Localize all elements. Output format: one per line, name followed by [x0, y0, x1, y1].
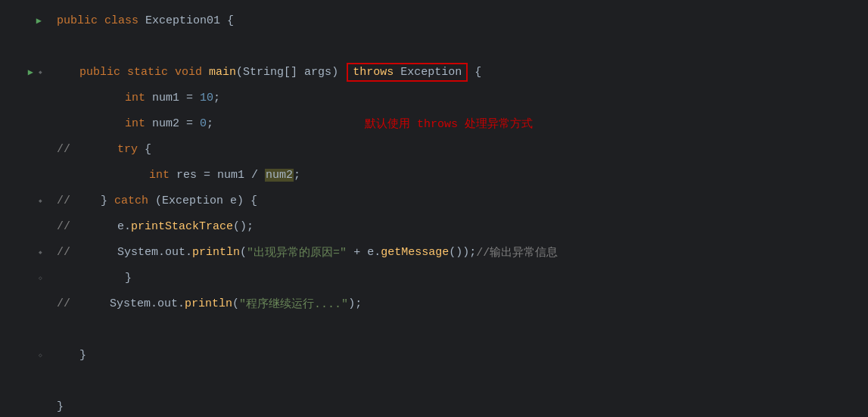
- dot4: .: [374, 246, 381, 259]
- val-0: 0: [200, 117, 207, 130]
- div-op: /: [251, 169, 265, 182]
- method-getmessage: getMessage: [381, 246, 449, 259]
- code-editor: ▶ public class Exception01 { ▶ ⬥ public …: [0, 0, 868, 417]
- comment-prefix-12: //: [57, 297, 70, 310]
- semi2: ;: [207, 117, 213, 130]
- var-num1: num1: [152, 92, 186, 104]
- code-area-6: // try {: [49, 143, 868, 156]
- dot5: .: [151, 297, 157, 310]
- var-res: res: [176, 169, 204, 182]
- method-println-2: println: [192, 246, 240, 259]
- comment-output: //输出异常信息: [476, 245, 558, 260]
- keyword-throws: throws: [353, 66, 400, 79]
- var-e-2: e: [367, 246, 374, 259]
- brace-open: {: [227, 14, 234, 27]
- run-icon-1[interactable]: ▶: [36, 15, 42, 26]
- method-printstacktrace: printStackTrace: [131, 220, 233, 233]
- comment-prefix-10: //: [57, 246, 70, 259]
- keyword-int2: int: [125, 117, 152, 130]
- keyword-try: try: [117, 143, 145, 156]
- code-line-13: [0, 316, 868, 342]
- keyword-int1: int: [125, 92, 152, 104]
- code-line-11: ⬦ }: [0, 265, 868, 291]
- code-line-16: }: [0, 394, 868, 417]
- assign3: =: [204, 169, 217, 182]
- code-line-10: ⬥ // System.out.println("出现异常的原因=" + e.g…: [0, 239, 868, 265]
- code-area-11: }: [49, 272, 868, 285]
- throws-exception-box: throws Exception: [347, 63, 468, 82]
- exception-var: e: [230, 194, 237, 207]
- paren-catch-open: (: [155, 194, 162, 207]
- code-line-7: int res = num1 / num2;: [0, 162, 868, 188]
- fold-14[interactable]: ⬦: [38, 350, 43, 359]
- class-name: Exception01: [145, 14, 227, 27]
- brace-try: {: [145, 143, 151, 156]
- comment-prefix-8: //: [57, 194, 70, 207]
- paren-catch-close: ) {: [237, 194, 257, 207]
- system-3: System: [110, 297, 151, 310]
- code-line-2: [0, 33, 868, 59]
- code-line-14: ⬦ }: [0, 342, 868, 368]
- run-icon-3[interactable]: ▶: [28, 67, 33, 78]
- code-area-1: public class Exception01 {: [49, 14, 868, 27]
- semi1: ;: [213, 92, 220, 104]
- keyword-public2: public: [79, 66, 127, 79]
- assign1: =: [186, 92, 200, 104]
- keyword-catch: catch: [114, 194, 155, 207]
- ref-num2-highlighted: num2: [265, 169, 294, 182]
- brace-open2: {: [468, 66, 481, 79]
- code-line-5: int num2 = 0; 默认使用 throws 处理异常方式: [0, 110, 868, 136]
- code-line-6: // try {: [0, 136, 868, 162]
- string-msg: "出现异常的原因=": [247, 245, 347, 260]
- fold-11[interactable]: ⬦: [38, 273, 43, 282]
- code-area-8: // } catch (Exception e) {: [49, 194, 868, 207]
- breakpoint-10[interactable]: ⬥: [38, 247, 43, 257]
- dot2: .: [158, 246, 165, 259]
- code-area-4: int num1 = 10;: [49, 92, 868, 104]
- code-area-14: }: [49, 349, 868, 362]
- semi3: ;: [294, 169, 300, 182]
- breakpoint-3[interactable]: ⬥: [38, 67, 43, 76]
- dot1: .: [124, 220, 131, 233]
- system-2: System: [117, 246, 158, 259]
- code-line-8: ⬥ // } catch (Exception e) {: [0, 188, 868, 213]
- code-line-3: ▶ ⬥ public static void main(String[] arg…: [0, 59, 868, 85]
- brace-close-method: }: [79, 349, 86, 362]
- concat: +: [347, 246, 367, 259]
- method-println-3: println: [185, 297, 232, 310]
- comment-prefix-6: //: [57, 143, 78, 156]
- code-area-9: // e.printStackTrace();: [49, 220, 868, 233]
- keyword-class: class: [104, 14, 145, 27]
- code-line-1: ▶ public class Exception01 {: [0, 8, 868, 33]
- ref-num1: num1: [217, 169, 251, 182]
- paren-open-2: (: [240, 246, 247, 259]
- exception-class: Exception: [162, 194, 230, 207]
- annotation-text: 默认使用 throws 处理异常方式: [365, 117, 533, 131]
- breakpoint-8[interactable]: ⬥: [38, 196, 43, 205]
- gutter-11: ⬦: [0, 273, 49, 282]
- gutter-1: ▶: [0, 15, 49, 26]
- string-continue: "程序继续运行....": [239, 297, 348, 311]
- type-string: String: [243, 66, 284, 79]
- gutter-10: ⬥: [0, 247, 49, 257]
- gutter-3: ▶ ⬥: [0, 67, 49, 78]
- out-3: out: [157, 297, 178, 310]
- param-args: args: [304, 66, 331, 79]
- brace-close-class: }: [57, 400, 64, 413]
- code-line-4: int num1 = 10;: [0, 85, 868, 110]
- code-line-15: [0, 368, 868, 394]
- out-2: out: [165, 246, 185, 259]
- code-area-12: // System.out.println("程序继续运行....");: [49, 297, 868, 311]
- params: (: [236, 66, 243, 79]
- code-area-5: int num2 = 0; 默认使用 throws 处理异常方式: [49, 117, 868, 131]
- val-10: 10: [200, 92, 213, 104]
- var-e-1: e: [117, 220, 124, 233]
- keyword-int3: int: [149, 169, 176, 182]
- method-main: main: [209, 66, 236, 79]
- keyword-public: public: [57, 14, 104, 27]
- brace-close-try: }: [101, 194, 114, 207]
- code-area-3: public static void main(String[] args) t…: [49, 63, 868, 82]
- code-line-12: // System.out.println("程序继续运行....");: [0, 291, 868, 316]
- gutter-8: ⬥: [0, 196, 49, 205]
- var-num2: num2: [152, 117, 186, 130]
